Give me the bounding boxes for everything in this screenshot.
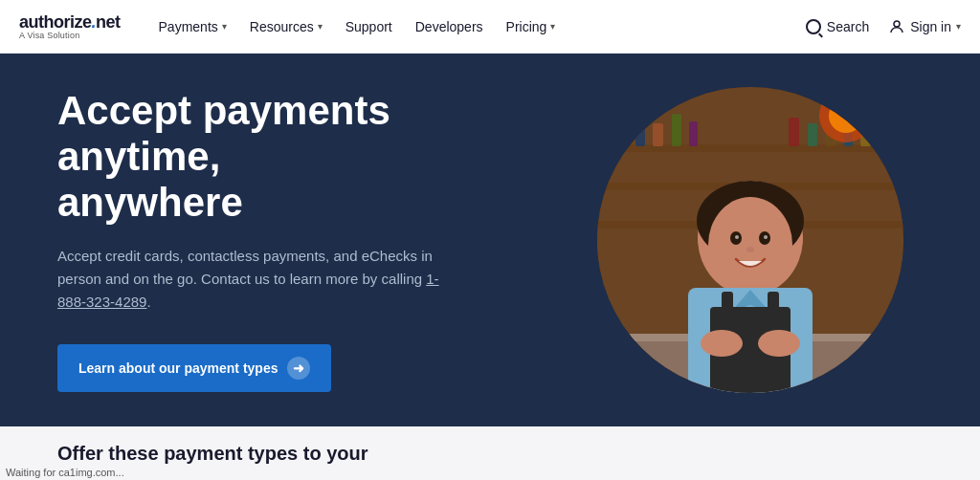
arrow-icon: ➜	[287, 357, 310, 380]
nav-item-developers[interactable]: Developers	[406, 13, 493, 40]
svg-point-0	[894, 21, 900, 27]
nav-item-support[interactable]: Support	[336, 13, 402, 40]
logo-tagline: A Visa Solution	[19, 31, 121, 40]
nav-item-payments[interactable]: Payments ▾	[149, 13, 236, 40]
search-label: Search	[827, 19, 869, 34]
svg-point-26	[764, 235, 768, 239]
svg-rect-32	[768, 292, 779, 311]
signin-button[interactable]: Sign in ▾	[888, 18, 961, 35]
chevron-down-icon: ▾	[956, 21, 961, 32]
nav-item-resources[interactable]: Resources ▾	[240, 13, 332, 40]
cta-label: Learn about our payment types	[78, 360, 278, 376]
search-icon	[806, 19, 821, 34]
main-nav: authorize.net A Visa Solution Payments ▾…	[0, 0, 980, 54]
nav-links: Payments ▾ Resources ▾ Support Developer…	[149, 13, 806, 40]
status-bar: Waiting for ca1img.com...	[0, 465, 980, 480]
nav-right: Search Sign in ▾	[806, 18, 961, 35]
chevron-down-icon: ▾	[550, 21, 555, 32]
svg-point-25	[735, 235, 739, 239]
hero-cta-button[interactable]: Learn about our payment types ➜	[57, 344, 331, 392]
hero-title: Accept payments anytime, anywhere	[57, 88, 555, 227]
svg-rect-5	[616, 120, 628, 147]
svg-rect-8	[672, 114, 681, 146]
hero-content: Accept payments anytime, anywhere Accept…	[57, 88, 555, 393]
svg-rect-9	[689, 121, 698, 146]
nav-item-pricing[interactable]: Pricing ▾	[497, 13, 566, 40]
hero-section: Accept payments anytime, anywhere Accept…	[0, 54, 980, 426]
svg-point-33	[701, 330, 743, 357]
chevron-down-icon: ▾	[318, 21, 323, 32]
user-icon	[888, 18, 905, 35]
svg-point-16	[829, 98, 863, 133]
person-illustration	[597, 87, 903, 393]
svg-rect-11	[808, 123, 817, 146]
svg-point-22	[708, 197, 792, 293]
svg-point-27	[746, 247, 754, 252]
bottom-teaser-text: Offer these payment types to your	[57, 443, 368, 465]
search-button[interactable]: Search	[806, 19, 869, 34]
svg-rect-6	[635, 116, 645, 146]
chevron-down-icon: ▾	[222, 21, 227, 32]
signin-label: Sign in	[910, 19, 951, 34]
hero-image	[597, 87, 903, 393]
svg-rect-31	[722, 292, 733, 311]
logo-name: authorize.net	[19, 12, 121, 33]
logo[interactable]: authorize.net A Visa Solution	[19, 12, 121, 40]
svg-point-34	[758, 330, 800, 357]
svg-rect-7	[653, 123, 663, 146]
status-text: Waiting for ca1img.com...	[6, 467, 124, 478]
svg-rect-10	[789, 118, 799, 146]
hero-subtitle: Accept credit cards, contactless payment…	[57, 245, 440, 314]
